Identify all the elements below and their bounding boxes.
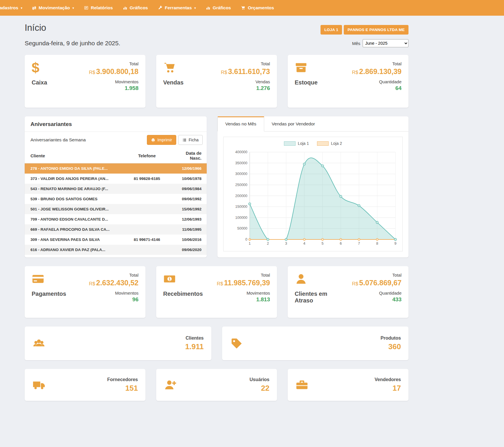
produtos-label: Produtos — [381, 336, 401, 341]
caixa-count: 1.958 — [89, 85, 138, 91]
table-row[interactable]: 669 - RAFAELA PROCOPIO DA SILVA CA...11/… — [25, 224, 207, 235]
ficha-button[interactable]: Ficha — [178, 135, 203, 145]
cell-client: 278 - ANTONIO EMIDIO DA SILVA (PALE... — [25, 163, 125, 174]
cell-phone — [125, 204, 168, 214]
cell-birth: 09/06/2020 — [168, 245, 207, 255]
total-label: Total — [352, 273, 402, 277]
svg-text:7: 7 — [358, 241, 360, 246]
legend-loja1[interactable]: Loja 1 — [284, 141, 309, 146]
caixa-label: Caixa — [32, 79, 47, 86]
quantidade-label: Quantidade — [352, 291, 402, 295]
table-row[interactable]: 278 - ANTONIO EMIDIO DA SILVA (PALE...12… — [25, 163, 207, 174]
birthday-table-body: 278 - ANTONIO EMIDIO DA SILVA (PALE...12… — [25, 163, 207, 255]
usuarios-card: Usuários 22 — [156, 369, 277, 401]
nav-movimentacao[interactable]: ⇄ Movimentação ▾ — [27, 0, 79, 16]
nav-relatorios[interactable]: Relatórios — [79, 0, 118, 16]
movimentos-label: Movimentos — [89, 79, 138, 84]
money-bill-icon — [163, 273, 176, 285]
usuarios-label: Usuários — [250, 377, 269, 382]
table-row[interactable]: 616 - ADRIANO XAVIER DA PAZ (PALA...09/0… — [25, 245, 207, 255]
legend-loja2[interactable]: Loja 2 — [317, 141, 342, 146]
estoque-count: 64 — [352, 85, 402, 91]
page-title: Início — [25, 23, 46, 33]
column-header-data-nasc: Data de Nasc. — [168, 148, 207, 163]
cell-birth: 09/06/1984 — [168, 184, 207, 194]
table-row[interactable]: 309 - ANA SEVERINA PAES DA SILVA81 99671… — [25, 235, 207, 245]
table-row[interactable]: 543 - RENATO MARINHO DE ARAUJO (F...09/0… — [25, 184, 207, 194]
current-date: Segunda-feira, 9 de junho de 2025. — [25, 40, 120, 47]
tab-vendas-no-mes[interactable]: Vendas no Mês — [217, 116, 264, 131]
cell-client: 501 - JOSE WELISSON GOMES OLIVEIR... — [25, 204, 125, 214]
svg-text:8: 8 — [376, 241, 378, 246]
sales-chart-area: Loja 1 Loja 2 05000010000015000020000025… — [223, 137, 403, 251]
estoque-card: Estoque Total R$2.869.130,39 Quantidade … — [288, 55, 408, 108]
nav-graficos-2[interactable]: Gráficos — [201, 0, 236, 16]
svg-text:0: 0 — [245, 237, 247, 241]
bar-chart-icon — [123, 6, 127, 10]
cart-icon — [163, 61, 176, 74]
printer-icon — [151, 138, 155, 142]
box-icon — [295, 61, 307, 74]
company-button[interactable]: PANNOS E PANNOS LTDA ME — [344, 25, 408, 35]
tab-vendas-por-vendedor[interactable]: Vendas por Vendedor — [264, 116, 323, 131]
svg-text:3: 3 — [285, 241, 287, 246]
svg-text:9: 9 — [395, 241, 397, 246]
briefcase-icon — [295, 378, 309, 392]
cell-birth: 12/06/1993 — [168, 214, 207, 224]
imprimir-button[interactable]: Imprimir — [147, 135, 176, 145]
svg-text:4: 4 — [303, 241, 305, 246]
aniversariantes-subtitle: Aniversariantes da Semana — [30, 137, 86, 143]
cell-birth: 10/06/1978 — [168, 174, 207, 184]
cell-client: 309 - ANA SEVERINA PAES DA SILVA — [25, 235, 125, 245]
table-row[interactable]: 501 - JOSE WELISSON GOMES OLIVEIR...15/0… — [25, 204, 207, 214]
clientes-atraso-card: Clientes em Atraso Total R$5.076.869,67 … — [288, 266, 408, 318]
birthday-table: Cliente Telefone Data de Nasc. 278 - ANT… — [25, 148, 207, 255]
recebimentos-count: 1.813 — [217, 296, 270, 303]
svg-text:1: 1 — [249, 241, 251, 246]
person-icon — [295, 273, 307, 285]
pagamentos-count: 96 — [89, 296, 138, 303]
cell-phone: 81 99671-4146 — [125, 235, 168, 245]
user-plus-icon — [164, 378, 177, 392]
cell-phone — [125, 194, 168, 204]
fornecedores-card: Fornecedores 151 — [25, 369, 145, 401]
store-button[interactable]: LOJA 1 — [321, 25, 342, 35]
nav-cadastros[interactable]: Cadastros ▾ — [0, 0, 27, 16]
cell-birth: 12/06/1966 — [168, 163, 207, 174]
cell-birth: 09/06/1992 — [168, 194, 207, 204]
cell-client: 616 - ADRIANO XAVIER DA PAZ (PALA... — [25, 245, 125, 255]
aniversariantes-title: Aniversariantes — [25, 116, 207, 132]
list-icon — [182, 138, 187, 142]
cell-phone — [125, 214, 168, 224]
svg-text:5: 5 — [322, 241, 324, 246]
truck-icon — [32, 378, 46, 392]
quantidade-label: Quantidade — [352, 79, 402, 84]
nav-orcamentos-label: Orçamentos — [248, 5, 274, 10]
month-select[interactable]: June - 2025 — [363, 39, 408, 47]
sales-chart-svg: 0500001000001500002000002500003000003500… — [226, 148, 400, 248]
cell-phone — [125, 184, 168, 194]
movimentos-label: Movimentos — [217, 291, 270, 295]
svg-text:2: 2 — [267, 241, 269, 246]
nav-orcamentos[interactable]: Orçamentos — [236, 0, 279, 16]
pagamentos-card: Pagamentos Total R$2.632.430,52 Moviment… — [25, 266, 145, 318]
table-row[interactable]: 373 - VALDIR DOS ANJOS PEREIRA (AN...81 … — [25, 174, 207, 184]
vendas-label: Vendas — [163, 79, 183, 86]
table-row[interactable]: 539 - BRUNO DOS SANTOS GOMES09/06/1992 — [25, 194, 207, 204]
cart-icon — [241, 6, 245, 10]
nav-relatorios-label: Relatórios — [91, 5, 113, 10]
vendedores-card: Vendedores 17 — [288, 369, 408, 401]
vendas-panel: Vendas no Mês Vendas por Vendedor Loja 1… — [217, 116, 408, 257]
nav-graficos-1[interactable]: Gráficos — [118, 0, 153, 16]
svg-text:200000: 200000 — [235, 194, 247, 198]
nav-ferramentas[interactable]: Ferramentas ▾ — [153, 0, 201, 16]
clientes-atraso-count: 433 — [352, 296, 402, 303]
total-label: Total — [217, 273, 270, 277]
table-row[interactable]: 709 - ANTONIO EDSON CAVALCANTE D...12/06… — [25, 214, 207, 224]
cell-phone — [125, 224, 168, 235]
recebimentos-card: Recebimentos Total R$11.985.769,39 Movim… — [156, 266, 277, 318]
clientes-label: Clientes — [185, 336, 204, 341]
nav-ferramentas-label: Ferramentas — [165, 5, 192, 10]
cell-phone — [125, 163, 168, 174]
cell-birth: 15/06/1992 — [168, 204, 207, 214]
